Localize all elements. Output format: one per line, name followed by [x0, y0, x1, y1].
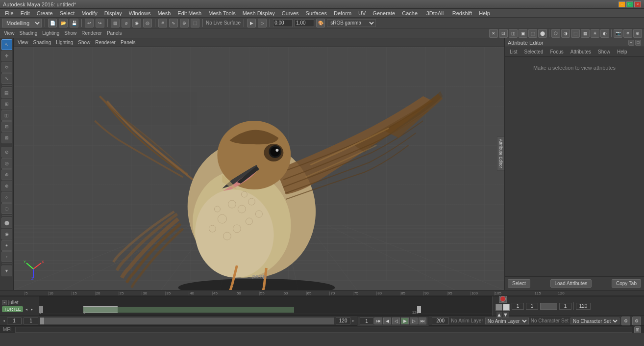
attr-side-tab[interactable]: Attribute Editor — [497, 136, 504, 171]
poly-insert-btn[interactable]: ⊞ — [1, 99, 12, 109]
paint3-btn[interactable]: ● — [1, 240, 12, 251]
go-end-btn[interactable]: ⏭ — [419, 318, 426, 324]
poly-extrude-btn[interactable]: ▤ — [1, 87, 12, 98]
value2-input[interactable] — [295, 19, 314, 27]
vp-show-menu[interactable]: Show — [76, 39, 92, 47]
sculpt1-btn[interactable]: ⊙ — [1, 147, 12, 158]
vp-wire-icon[interactable]: ⬚ — [571, 29, 580, 38]
menu-select[interactable]: Select — [57, 10, 78, 17]
menu-deform[interactable]: Deform — [331, 10, 354, 17]
next-track-arrow[interactable]: ▸ — [30, 307, 34, 312]
turtle-badge[interactable]: TURTLE — [2, 306, 23, 312]
attr-tab-focus[interactable]: Focus — [547, 49, 566, 54]
end-frame-input[interactable] — [576, 303, 591, 310]
close-button[interactable]: × — [634, 1, 641, 7]
rotate-tool-button[interactable]: ↻ — [1, 62, 12, 73]
vp-light-icon[interactable]: ☀ — [591, 29, 599, 38]
frame-number-input[interactable] — [360, 318, 373, 324]
lighting-tab[interactable]: Lighting — [40, 29, 61, 37]
vp-icon2[interactable]: ⊡ — [499, 29, 508, 38]
anim-layer-select[interactable]: No Anim Layer — [485, 318, 529, 324]
attr-tab-list[interactable]: List — [507, 49, 520, 54]
current-frame-input[interactable] — [24, 318, 38, 324]
range-next-arrow[interactable]: ▸ — [352, 319, 354, 323]
lasso-tool-btn[interactable]: ⌀ — [122, 19, 130, 27]
step-back-btn[interactable]: ◀ — [383, 318, 391, 324]
range-end-value[interactable] — [432, 318, 449, 324]
menu-edit[interactable]: Edit — [18, 10, 33, 17]
timeline-ruler[interactable]: 5 10 15 20 25 30 35 40 45 50 55 60 65 70… — [0, 291, 644, 295]
select-tool-btn[interactable]: ▤ — [111, 19, 120, 27]
vp-grid-icon[interactable]: # — [623, 29, 632, 38]
panels-tab[interactable]: Panels — [105, 29, 124, 37]
range-slider[interactable] — [40, 318, 334, 324]
open-file-button[interactable]: 📂 — [59, 19, 68, 27]
paint4-btn[interactable]: ◦ — [1, 251, 12, 262]
menu-3dtall[interactable]: -3DtoAll- — [421, 10, 448, 17]
menu-curves[interactable]: Curves — [279, 10, 302, 17]
attr-tab-attributes[interactable]: Attributes — [568, 49, 594, 54]
menu-create[interactable]: Create — [34, 10, 56, 17]
menu-help[interactable]: Help — [476, 10, 493, 17]
sculpt5-btn[interactable]: ○ — [1, 192, 12, 203]
ipr-btn[interactable]: ▷ — [258, 19, 267, 27]
attr-load-btn[interactable]: Load Attributes — [550, 279, 592, 288]
vp-hud-icon[interactable]: ⊕ — [633, 29, 642, 38]
minimize-button[interactable]: − — [619, 1, 625, 7]
menu-cache[interactable]: Cache — [399, 10, 421, 17]
attr-tab-show[interactable]: Show — [595, 49, 613, 54]
snap-view-btn[interactable]: ⬚ — [191, 19, 199, 27]
menu-file[interactable]: File — [2, 10, 17, 17]
menu-modify[interactable]: Modify — [78, 10, 100, 17]
render-btn[interactable]: ▶ — [247, 19, 256, 27]
menu-generate[interactable]: Generate — [370, 10, 398, 17]
vp-icon5[interactable]: ⬚ — [528, 29, 537, 38]
command-line[interactable] — [15, 327, 632, 333]
anim-settings-btn[interactable]: ⚙ — [621, 317, 630, 325]
step-fwd-btn[interactable]: ▷ — [410, 318, 418, 324]
sculpt3-btn[interactable]: ⊚ — [1, 169, 12, 180]
shading-tab[interactable]: Shading — [18, 29, 40, 37]
value1-input[interactable] — [273, 19, 293, 27]
play-back-btn[interactable]: ◁ — [392, 318, 400, 324]
range-start-input[interactable] — [7, 318, 22, 324]
more-tools-btn[interactable]: ▼ — [1, 266, 12, 276]
menu-mesh[interactable]: Mesh — [154, 10, 173, 17]
vp-icon4[interactable]: ▣ — [519, 29, 527, 38]
snap-point-btn[interactable]: ⊕ — [180, 19, 189, 27]
show-tab[interactable]: Show — [62, 29, 78, 37]
char-settings-btn[interactable]: ⚙ — [632, 317, 641, 325]
range-prev-arrow[interactable]: ◂ — [3, 319, 5, 323]
track-expand-btn[interactable]: ≡ — [2, 300, 7, 305]
poly-offset-btn[interactable]: ◫ — [1, 110, 12, 121]
undo-button[interactable]: ↩ — [85, 19, 94, 27]
menu-mesh-display[interactable]: Mesh Display — [240, 10, 278, 17]
vp-panels-menu[interactable]: Panels — [119, 39, 138, 47]
view-tab[interactable]: View — [2, 29, 17, 37]
track-mid-input[interactable] — [559, 303, 571, 310]
redo-button[interactable]: ↪ — [96, 19, 104, 27]
go-start-btn[interactable]: ⏮ — [374, 318, 382, 324]
attr-copy-btn[interactable]: Copy Tab — [612, 279, 641, 288]
prev-track-arrow[interactable]: ◂ — [25, 307, 28, 312]
vp-texture-icon[interactable]: ▦ — [581, 29, 590, 38]
paint-select-btn[interactable]: ◉ — [132, 19, 141, 27]
sculpt6-btn[interactable]: ◌ — [1, 203, 12, 214]
vp-icon3[interactable]: ◫ — [509, 29, 518, 38]
vp-icon1[interactable]: ✕ — [489, 29, 498, 38]
renderer-tab[interactable]: Renderer — [79, 29, 104, 37]
poly-bevel-btn[interactable]: ⊟ — [1, 121, 12, 132]
mode-dropdown[interactable]: Modelling Rigging Animation FX Rendering — [2, 19, 42, 27]
menu-surfaces[interactable]: Surfaces — [303, 10, 330, 17]
menu-edit-mesh[interactable]: Edit Mesh — [174, 10, 204, 17]
sculpt4-btn[interactable]: ⊛ — [1, 181, 12, 191]
attr-select-btn[interactable]: Select — [508, 279, 530, 288]
menu-uv[interactable]: UV — [355, 10, 369, 17]
maximize-button[interactable]: □ — [626, 1, 633, 7]
sculpt2-btn[interactable]: ◎ — [1, 158, 12, 169]
menu-display[interactable]: Display — [101, 10, 125, 17]
vp-shade-icon[interactable]: ◑ — [561, 29, 570, 38]
vp-shadow-icon[interactable]: ◐ — [600, 29, 609, 38]
snap-curve-btn[interactable]: ∿ — [169, 19, 178, 27]
play-fwd-btn[interactable]: ▶ — [401, 318, 409, 324]
